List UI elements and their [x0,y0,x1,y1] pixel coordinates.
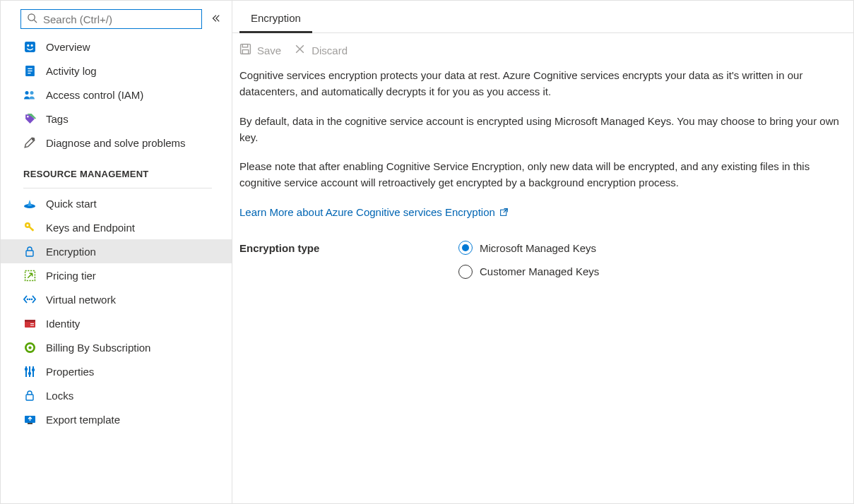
properties-icon [23,365,36,378]
sidebar-item-encryption[interactable]: Encryption [1,239,232,263]
svg-point-3 [27,44,29,46]
svg-rect-24 [25,320,35,322]
quickstart-icon [23,197,36,210]
sidebar-item-tags[interactable]: Tags [1,107,232,131]
svg-rect-25 [30,323,34,324]
encryption-type-options: Microsoft Managed KeysCustomer Managed K… [458,240,599,280]
discard-icon [294,43,306,57]
sidebar-item-label: Locks [46,390,73,402]
sidebar-item-label: Pricing tier [46,270,96,282]
pricing-icon [23,269,36,282]
sidebar-item-label: Export template [46,414,120,426]
tab-bar: Encryption [232,5,853,33]
key-icon [23,221,36,234]
encryption-type-row: Encryption type Microsoft Managed KeysCu… [239,240,846,280]
sidebar-item-virtual-network[interactable]: Virtual network [1,287,232,311]
sidebar-item-diagnose-and-solve-problems[interactable]: Diagnose and solve problems [1,131,232,155]
lock-icon [23,245,36,258]
vnet-icon [23,293,36,306]
radio-circle-icon [458,265,473,279]
sidebar-item-export-template[interactable]: Export template [1,407,232,431]
save-label: Save [257,44,281,56]
svg-rect-40 [242,44,247,47]
sidebar-item-label: Quick start [46,198,97,210]
activity-icon [23,64,36,77]
svg-line-1 [34,20,37,23]
radio-customer-managed-keys[interactable]: Customer Managed Keys [458,263,599,280]
svg-point-33 [25,367,28,370]
sidebar-item-pricing-tier[interactable]: Pricing tier [1,263,232,287]
svg-rect-2 [25,42,35,52]
identity-icon [23,317,36,330]
encryption-type-label: Encryption type [239,240,458,280]
sidebar-item-label: Properties [46,366,94,378]
sidebar-item-label: Activity log [46,65,97,77]
section-header-resource: RESOURCE MANAGEMENT [1,155,232,185]
svg-rect-18 [26,251,33,256]
sidebar-item-activity-log[interactable]: Activity log [1,59,232,83]
sidebar-item-locks[interactable]: Locks [1,383,232,407]
sidebar-item-access-control-iam[interactable]: Access control (IAM) [1,83,232,107]
sidebar-item-keys-and-endpoint[interactable]: Keys and Endpoint [1,215,232,239]
sidebar-item-billing-by-subscription[interactable]: Billing By Subscription [1,335,232,359]
intro-paragraph-3: Please note that after enabling Cognitiv… [239,158,846,191]
external-link-icon [499,208,509,217]
svg-rect-36 [26,395,33,400]
sidebar-item-label: Identity [46,318,80,330]
collapse-sidebar-icon[interactable] [208,11,223,28]
sidebar-scroll[interactable]: OverviewActivity logAccess control (IAM)… [1,35,232,503]
search-icon [27,13,37,25]
sidebar-item-label: Encryption [46,246,96,258]
section-divider [23,188,212,188]
svg-point-10 [30,91,34,95]
search-input[interactable] [43,13,196,25]
svg-point-12 [32,138,35,141]
svg-point-29 [28,346,31,349]
sidebar-item-label: Diagnose and solve problems [46,137,186,149]
svg-point-9 [25,91,29,95]
main-panel: Encryption Save Discard Cognitive servic… [232,1,853,503]
intro-paragraph-2: By default, data in the cognitive servic… [239,113,846,146]
sidebar-item-label: Access control (IAM) [46,89,143,101]
svg-point-20 [27,299,29,301]
tab-encryption[interactable]: Encryption [239,5,312,32]
svg-rect-41 [242,50,249,54]
overview-icon [23,40,36,53]
sidebar-item-overview[interactable]: Overview [1,35,232,59]
learn-more-text: Learn More about Azure Cognitive service… [239,204,495,220]
svg-point-35 [32,368,35,371]
radio-label: Customer Managed Keys [480,263,599,280]
sidebar-item-label: Overview [46,41,90,53]
sidebar-item-quick-start[interactable]: Quick start [1,191,232,215]
radio-circle-icon [458,241,473,255]
svg-point-34 [28,371,31,374]
save-icon [239,43,251,57]
radio-microsoft-managed-keys[interactable]: Microsoft Managed Keys [458,240,599,256]
radio-label: Microsoft Managed Keys [480,240,596,256]
sidebar-item-label: Tags [46,113,69,125]
discard-button[interactable]: Discard [294,43,348,57]
sidebar-item-properties[interactable]: Properties [1,359,232,383]
sidebar-item-label: Virtual network [46,294,116,306]
search-box[interactable] [20,9,202,29]
svg-rect-31 [29,366,30,377]
svg-point-21 [29,299,31,301]
sidebar-item-identity[interactable]: Identity [1,311,232,335]
iam-icon [23,88,36,101]
svg-point-11 [27,116,29,118]
sidebar: OverviewActivity logAccess control (IAM)… [1,1,232,503]
discard-label: Discard [312,44,348,56]
content-area: Cognitive services encryption protects y… [232,67,853,294]
diagnose-icon [23,136,36,149]
billing-icon [23,341,36,354]
svg-rect-38 [28,423,32,424]
toolbar: Save Discard [232,33,853,67]
sidebar-item-label: Billing By Subscription [46,342,150,354]
save-button[interactable]: Save [239,43,281,57]
tags-icon [23,112,36,125]
svg-point-0 [28,14,35,20]
intro-paragraph-1: Cognitive services encryption protects y… [239,67,846,100]
search-row [1,1,232,35]
learn-more-link[interactable]: Learn More about Azure Cognitive service… [239,204,509,220]
svg-point-15 [27,224,29,226]
